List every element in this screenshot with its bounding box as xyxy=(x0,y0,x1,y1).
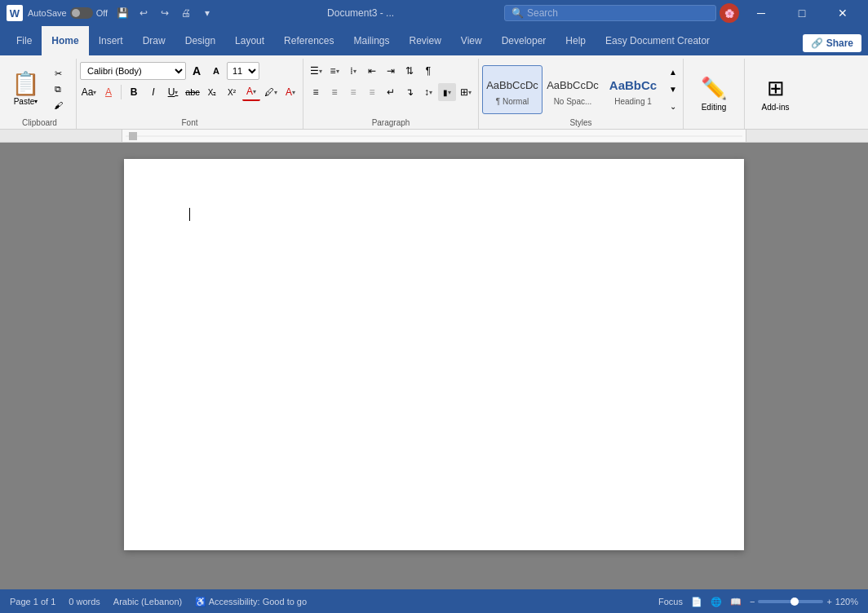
print-button[interactable]: 🖨 xyxy=(176,3,196,23)
accessibility-status[interactable]: ♿ Accessibility: Good to go xyxy=(195,597,307,607)
strikethrough-button[interactable]: abc xyxy=(184,83,202,101)
sort-button[interactable]: ⇅ xyxy=(401,62,418,80)
italic-button[interactable]: I xyxy=(144,83,162,101)
view-read-button[interactable]: 📖 xyxy=(730,597,742,607)
autosave-label: AutoSave xyxy=(28,8,67,18)
tab-design[interactable]: Design xyxy=(175,26,225,55)
font-size-grow-button[interactable]: A xyxy=(188,62,206,80)
font-size-select[interactable]: 11 xyxy=(227,62,259,80)
align-left-button[interactable]: ≡ xyxy=(307,83,325,101)
minimize-button[interactable]: ─ xyxy=(742,0,780,26)
title-bar: W AutoSave Off 💾 ↩ ↪ 🖨 ▾ Document3 - ...… xyxy=(0,0,868,26)
zoom-level[interactable]: 120% xyxy=(835,597,858,606)
paste-button[interactable]: 📋 Paste ▾ xyxy=(7,69,45,109)
tab-help[interactable]: Help xyxy=(556,26,596,55)
title-bar-right: 🔍 🌸 ─ □ ✕ xyxy=(504,0,861,26)
styles-expand[interactable]: ⌄ xyxy=(666,99,680,114)
tab-draw[interactable]: Draw xyxy=(133,26,175,55)
bold-button[interactable]: B xyxy=(125,83,143,101)
align-center-button[interactable]: ≡ xyxy=(326,83,343,101)
tab-review[interactable]: Review xyxy=(400,26,451,55)
customize-qa-button[interactable]: ▾ xyxy=(197,3,217,23)
document-title: Document3 - ... xyxy=(327,7,394,19)
subscript-button[interactable]: X₂ xyxy=(203,83,221,101)
format-painter-button[interactable]: 🖌 xyxy=(46,98,69,112)
page-info: Page 1 of 1 xyxy=(10,597,55,606)
zoom-slider[interactable] xyxy=(758,600,823,603)
multilevel-list-button[interactable]: ⁞▾ xyxy=(344,62,362,80)
view-print-button[interactable]: 📄 xyxy=(691,597,702,607)
borders-button[interactable]: ⊞▾ xyxy=(457,83,475,101)
word-count: 0 words xyxy=(69,597,100,606)
cut-button[interactable]: ✂ xyxy=(46,67,69,82)
numbering-button[interactable]: ≡▾ xyxy=(326,62,343,80)
save-button[interactable]: 💾 xyxy=(113,3,132,23)
font-label: Font xyxy=(77,117,303,129)
ruler-indent-marker[interactable] xyxy=(129,132,137,140)
show-formatting-button[interactable]: ¶ xyxy=(419,62,437,80)
bullets-button[interactable]: ☰▾ xyxy=(307,62,325,80)
redo-button[interactable]: ↪ xyxy=(155,3,175,23)
shading-button[interactable]: A▾ xyxy=(281,83,299,101)
highlight-button[interactable]: 🖊▾ xyxy=(262,83,280,101)
copy-button[interactable]: ⧉ xyxy=(46,82,69,97)
editing-button[interactable]: ✏️ Editing xyxy=(696,73,732,115)
font-size-shrink-button[interactable]: A xyxy=(207,62,225,80)
style-no-space[interactable]: AaBbCcDc No Spac... xyxy=(542,65,603,114)
decrease-indent-button[interactable]: ⇤ xyxy=(363,62,381,80)
close-button[interactable]: ✕ xyxy=(824,0,861,26)
language-indicator[interactable]: Arabic (Lebanon) xyxy=(113,597,182,606)
focus-button[interactable]: Focus xyxy=(658,597,683,606)
user-avatar: 🌸 xyxy=(720,3,739,23)
style-normal[interactable]: AaBbCcDc ¶ Normal xyxy=(482,65,542,114)
document-page[interactable] xyxy=(124,159,744,550)
accessibility-icon: ♿ xyxy=(195,597,206,606)
tab-layout[interactable]: Layout xyxy=(225,26,274,55)
font-content: Calibri (Body) A A 11 Aa▾ A B I U▾ abc X… xyxy=(77,59,303,117)
styles-scroll-up[interactable]: ▲ xyxy=(666,65,680,80)
editing-label: Editing xyxy=(702,103,727,112)
editing-icon: ✏️ xyxy=(701,76,727,101)
rtl-button[interactable]: ↵ xyxy=(382,83,400,101)
style-heading1[interactable]: AaBbCc Heading 1 xyxy=(603,65,663,114)
style-normal-preview: AaBbCcDc xyxy=(486,73,538,97)
word-icon: W xyxy=(7,5,23,21)
clear-formatting-button[interactable]: A xyxy=(100,83,117,101)
font-color-button[interactable]: A▾ xyxy=(242,83,260,101)
search-box[interactable]: 🔍 xyxy=(504,5,716,21)
paragraph-group: ☰▾ ≡▾ ⁞▾ ⇤ ⇥ ⇅ ¶ ≡ ≡ ≡ ≡ ↵ ↴ ↕▾ ▮▾ ⊞▾ Pa… xyxy=(303,59,479,129)
style-no-space-label: No Spac... xyxy=(554,97,592,106)
clipboard-label: Clipboard xyxy=(3,117,76,129)
styles-scroll-down[interactable]: ▼ xyxy=(666,82,680,97)
autosave-toggle[interactable] xyxy=(70,7,93,19)
zoom-in-button[interactable]: + xyxy=(826,597,831,606)
justify-button[interactable]: ≡ xyxy=(363,83,381,101)
superscript-button[interactable]: X² xyxy=(223,83,241,101)
view-web-button[interactable]: 🌐 xyxy=(711,597,722,607)
line-spacing-button[interactable]: ↕▾ xyxy=(419,83,437,101)
zoom-out-button[interactable]: − xyxy=(750,597,755,606)
case-button[interactable]: Aa▾ xyxy=(80,83,98,101)
undo-button[interactable]: ↩ xyxy=(134,3,153,23)
paragraph-label: Paragraph xyxy=(303,117,478,129)
tab-easy-doc[interactable]: Easy Document Creator xyxy=(596,26,720,55)
tab-mailings[interactable]: Mailings xyxy=(343,26,399,55)
addins-button[interactable]: ⊞ Add-ins xyxy=(757,73,795,115)
style-no-space-preview: AaBbCcDc xyxy=(547,73,599,97)
font-name-select[interactable]: Calibri (Body) xyxy=(80,62,186,80)
shading-para-button[interactable]: ▮▾ xyxy=(438,83,456,101)
search-input[interactable] xyxy=(527,7,709,19)
share-button[interactable]: 🔗 Share xyxy=(803,34,861,52)
increase-indent-button[interactable]: ⇥ xyxy=(382,62,400,80)
tab-file[interactable]: File xyxy=(7,26,42,55)
ltr-button[interactable]: ↴ xyxy=(401,83,418,101)
tab-developer[interactable]: Developer xyxy=(492,26,556,55)
align-right-button[interactable]: ≡ xyxy=(344,83,362,101)
restore-button[interactable]: □ xyxy=(783,0,821,26)
tab-home[interactable]: Home xyxy=(42,26,88,55)
underline-button[interactable]: U▾ xyxy=(164,83,182,101)
tab-insert[interactable]: Insert xyxy=(89,26,133,55)
tab-view[interactable]: View xyxy=(451,26,492,55)
zoom-thumb xyxy=(790,598,799,606)
tab-references[interactable]: References xyxy=(274,26,343,55)
